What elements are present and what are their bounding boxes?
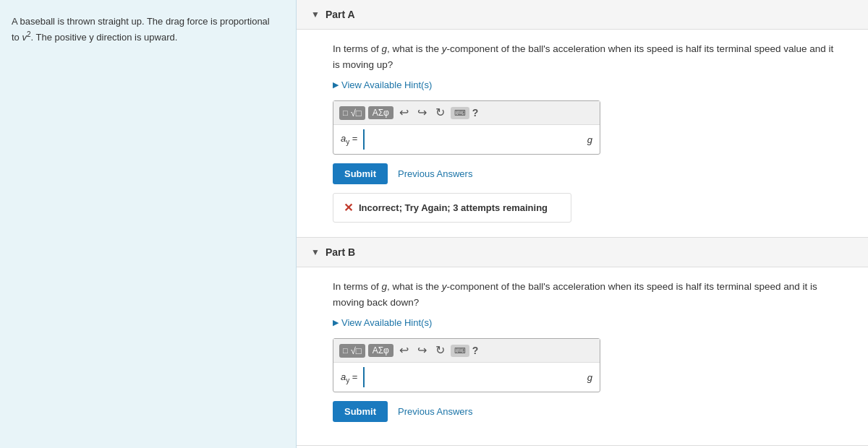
part-a-toolbar: □ √□ ΑΣφ ↩ ↪ ↻ ⌨ ? xyxy=(333,101,600,125)
part-a-hint-label: View Available Hint(s) xyxy=(341,79,432,90)
part-a-help-btn[interactable]: ? xyxy=(472,107,479,119)
part-b-submit-btn[interactable]: Submit xyxy=(333,401,388,422)
part-a-unit: g xyxy=(587,134,592,145)
problem-text-v: to xyxy=(12,32,22,43)
part-a-greek-btn[interactable]: ΑΣφ xyxy=(368,106,393,119)
part-b-keyboard-btn[interactable]: ⌨ xyxy=(451,345,469,357)
part-a-collapse-arrow: ▼ xyxy=(311,9,320,20)
part-b-section: ▼ Part B In terms of g, what is the y-co… xyxy=(297,238,868,446)
part-a-title: Part A xyxy=(326,9,355,20)
part-a-feedback-icon: ✕ xyxy=(344,201,353,215)
sqrt-icon-b: √□ xyxy=(351,345,362,356)
part-b-hint-link[interactable]: ▶ View Available Hint(s) xyxy=(333,317,839,328)
part-a-hint-link[interactable]: ▶ View Available Hint(s) xyxy=(333,79,839,90)
part-a-section: ▼ Part A In terms of g, what is the y-co… xyxy=(297,0,868,238)
greek-label-b: ΑΣφ xyxy=(373,345,389,356)
main-content: ▼ Part A In terms of g, what is the y-co… xyxy=(297,0,868,448)
part-b-question: In terms of g, what is the y-component o… xyxy=(333,279,839,310)
greek-label: ΑΣφ xyxy=(373,108,389,118)
part-b-greek-btn[interactable]: ΑΣφ xyxy=(368,344,393,357)
part-b-math-container: □ √□ ΑΣφ ↩ ↪ ↻ ⌨ ? ay = xyxy=(333,338,600,392)
part-a-math-container: □ √□ ΑΣφ ↩ ↪ ↻ ⌨ ? ay = xyxy=(333,100,600,155)
part-b-header[interactable]: ▼ Part B xyxy=(297,238,868,267)
part-b-prev-answers-link[interactable]: Previous Answers xyxy=(398,406,472,417)
frac-icon: □ xyxy=(343,108,348,117)
part-a-submit-btn[interactable]: Submit xyxy=(333,163,388,184)
part-b-refresh-btn[interactable]: ↻ xyxy=(433,343,448,358)
part-b-action-row: Submit Previous Answers xyxy=(333,401,839,422)
part-b-undo-btn[interactable]: ↩ xyxy=(396,343,412,358)
part-b-frac-sqrt-btn[interactable]: □ √□ xyxy=(339,344,365,358)
part-b-input-field[interactable] xyxy=(363,367,578,387)
part-b-hint-arrow: ▶ xyxy=(333,318,339,327)
problem-description: A baseball is thrown straight up. The dr… xyxy=(12,14,284,44)
part-a-hint-arrow: ▶ xyxy=(333,80,339,90)
part-a-body: In terms of g, what is the y-component o… xyxy=(297,30,868,237)
part-a-keyboard-btn[interactable]: ⌨ xyxy=(451,107,469,119)
part-a-frac-sqrt-btn[interactable]: □ √□ xyxy=(339,106,365,120)
part-a-header[interactable]: ▼ Part A xyxy=(297,0,868,30)
part-b-hint-label: View Available Hint(s) xyxy=(341,317,432,328)
part-a-question: In terms of g, what is the y-component o… xyxy=(333,41,839,72)
part-a-action-row: Submit Previous Answers xyxy=(333,163,839,184)
sqrt-icon: √□ xyxy=(351,108,362,119)
part-a-feedback-text: Incorrect; Try Again; 3 attempts remaini… xyxy=(359,202,548,213)
part-a-refresh-btn[interactable]: ↻ xyxy=(433,105,448,120)
part-b-input-label: ay = xyxy=(341,371,357,384)
part-a-redo-btn[interactable]: ↪ xyxy=(414,105,430,120)
part-a-undo-btn[interactable]: ↩ xyxy=(396,105,412,120)
part-b-body: In terms of g, what is the y-component o… xyxy=(297,267,868,445)
part-a-feedback-box: ✕ Incorrect; Try Again; 3 attempts remai… xyxy=(333,193,571,223)
part-b-collapse-arrow: ▼ xyxy=(311,247,320,257)
part-a-input-field[interactable] xyxy=(363,129,578,150)
part-a-input-row: ay = g xyxy=(333,125,600,154)
frac-icon-b: □ xyxy=(343,346,348,355)
part-b-help-btn[interactable]: ? xyxy=(472,345,479,356)
problem-sidebar: A baseball is thrown straight up. The dr… xyxy=(0,0,297,448)
part-b-redo-btn[interactable]: ↪ xyxy=(414,343,430,358)
part-a-input-label: ay = xyxy=(341,133,357,146)
part-b-toolbar: □ √□ ΑΣφ ↩ ↪ ↻ ⌨ ? xyxy=(333,339,600,363)
part-b-title: Part B xyxy=(326,246,355,258)
part-b-unit: g xyxy=(587,372,592,383)
part-a-prev-answers-link[interactable]: Previous Answers xyxy=(398,168,472,179)
part-b-input-row: ay = g xyxy=(333,363,600,392)
